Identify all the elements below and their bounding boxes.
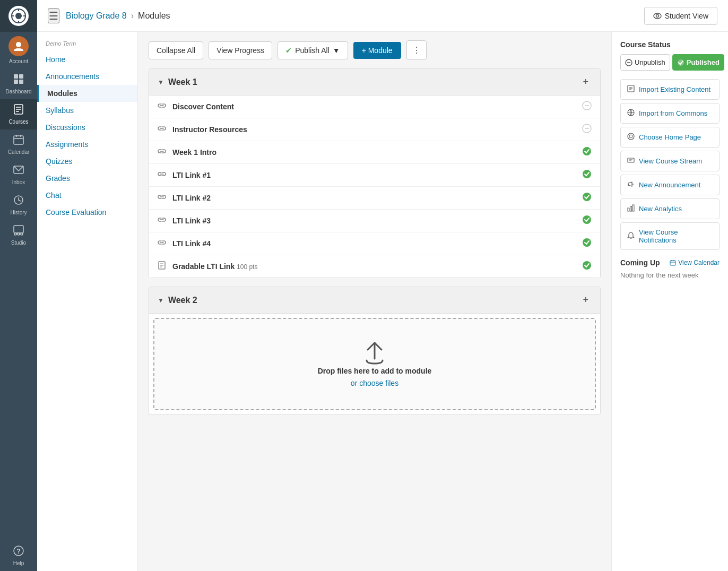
drop-zone-text: Drop files here to add to module [165,367,584,375]
item-gradable-title[interactable]: Gradable LTI Link 100 pts [172,262,582,271]
link-icon [158,215,166,226]
nav-item-help[interactable]: ? Help [0,541,37,571]
nav-item-courses[interactable]: Courses [0,99,37,129]
module-week1-add-button[interactable]: + [579,75,592,89]
link-icon [158,170,166,180]
item-lti2-title[interactable]: LTI Link #2 [172,194,582,202]
item-lti3-title[interactable]: LTI Link #3 [172,217,582,225]
item-week1intro-status[interactable] [582,146,592,158]
nav-item-calendar[interactable]: Calendar [0,129,37,160]
nav-item-studio[interactable]: Studio [0,220,37,250]
svg-point-56 [629,135,632,138]
published-button[interactable]: Published [672,54,724,71]
svg-rect-8 [19,74,23,79]
item-discover-content-title[interactable]: Discover Content [172,102,582,111]
course-status-buttons: Unpublish Published [620,54,720,71]
svg-point-24 [21,233,23,235]
module-week2-header: ▼ Week 2 + [149,287,600,314]
item-instructor-status[interactable] [582,124,592,135]
sidebar-item-chat[interactable]: Chat [37,187,137,204]
svg-point-36 [583,170,591,178]
nav-item-inbox[interactable]: Inbox [0,160,37,190]
sidebar-item-discussions[interactable]: Discussions [37,119,137,136]
notifications-icon [627,232,635,241]
module-week2-add-button[interactable]: + [579,293,592,307]
sidebar-item-announcements[interactable]: Announcements [37,68,137,85]
module-week2: ▼ Week 2 + Drop files here to add to [149,287,601,415]
calendar-icon [13,134,24,147]
table-row: LTI Link #3 [149,210,600,232]
item-lti4-status[interactable] [582,238,592,249]
item-instructor-resources-title[interactable]: Instructor Resources [172,125,582,134]
nav-item-dashboard[interactable]: Dashboard [0,69,37,99]
item-week1intro-title[interactable]: Week 1 Intro [172,148,582,157]
studio-icon [13,224,24,238]
unpublish-icon [625,59,632,66]
import-commons-button[interactable]: Import from Commons [620,103,720,124]
breadcrumb-course-link[interactable]: Biology Grade 8 [66,11,127,21]
sidebar-item-modules[interactable]: Modules [37,85,137,102]
choose-home-icon [627,133,635,142]
published-icon [582,215,592,224]
upload-icon [361,340,388,367]
sidebar-item-grades[interactable]: Grades [37,170,137,187]
account-avatar [8,36,29,56]
sidebar-item-assignments[interactable]: Assignments [37,136,137,153]
add-module-button[interactable]: + Module [353,42,401,59]
sidebar-item-syllabus[interactable]: Syllabus [37,102,137,119]
sidebar-item-course-evaluation[interactable]: Course Evaluation [37,204,137,221]
unpublished-icon [582,101,592,110]
view-course-stream-button[interactable]: View Course Stream [620,151,720,171]
top-bar: ☰ Biology Grade 8 › Modules Student View [37,0,728,32]
svg-rect-57 [628,158,634,162]
module-week2-collapse[interactable]: ▼ [158,297,164,304]
module-week2-title: Week 2 [168,296,197,305]
item-lti4-title[interactable]: LTI Link #4 [172,239,582,248]
content-layout: Demo Term Home Announcements Modules Syl… [37,32,728,571]
assignment-icon [158,261,166,272]
student-view-button[interactable]: Student View [644,7,717,25]
hamburger-button[interactable]: ☰ [48,8,59,23]
table-row: Week 1 Intro [149,141,600,164]
link-icon [158,101,166,112]
item-gradable-status[interactable] [582,261,592,272]
view-calendar-link[interactable]: View Calendar [670,259,720,266]
item-discover-status[interactable] [582,101,592,113]
module-week1-collapse[interactable]: ▼ [158,79,164,86]
svg-point-22 [14,233,16,235]
publish-check-icon: ✔ [285,46,292,55]
unpublish-button[interactable]: Unpublish [620,54,670,71]
more-options-button[interactable]: ⋮ [406,40,427,60]
choose-home-page-button[interactable]: Choose Home Page [620,127,720,148]
svg-point-44 [583,261,591,270]
table-row: Discover Content [149,96,600,118]
item-lti1-status[interactable] [582,169,592,181]
item-lti3-status[interactable] [582,215,592,227]
item-lti1-title[interactable]: LTI Link #1 [172,171,582,179]
nav-item-history[interactable]: History [0,190,37,220]
published-icon [582,238,592,247]
nav-studio-label: Studio [11,240,26,246]
nav-account-label: Account [9,58,28,65]
file-drop-zone[interactable]: Drop files here to add to module or choo… [153,318,596,410]
view-notifications-button[interactable]: View Course Notifications [620,222,720,250]
coming-up-empty-text: Nothing for the next week [620,271,720,279]
sidebar-item-quizzes[interactable]: Quizzes [37,153,137,170]
breadcrumb: Biology Grade 8 › Modules [66,11,170,21]
collapse-all-button[interactable]: Collapse All [149,41,203,59]
published-check-icon [677,59,684,66]
publish-all-button[interactable]: ✔ Publish All ▼ [278,41,348,59]
import-content-button[interactable]: Import Existing Content [620,79,720,100]
svg-point-37 [583,193,591,201]
nav-item-account[interactable]: Account [0,32,37,69]
item-lti2-status[interactable] [582,192,592,204]
new-announcement-button[interactable]: New Announcement [620,175,720,195]
publish-dropdown-arrow: ▼ [333,46,340,55]
sidebar-item-home[interactable]: Home [37,51,137,68]
svg-point-6 [16,42,21,47]
view-progress-button[interactable]: View Progress [209,41,272,59]
new-analytics-button[interactable]: New Analytics [620,198,720,219]
svg-rect-62 [628,208,629,211]
table-row: Gradable LTI Link 100 pts [149,255,600,278]
choose-files-link[interactable]: or choose files [351,379,398,387]
